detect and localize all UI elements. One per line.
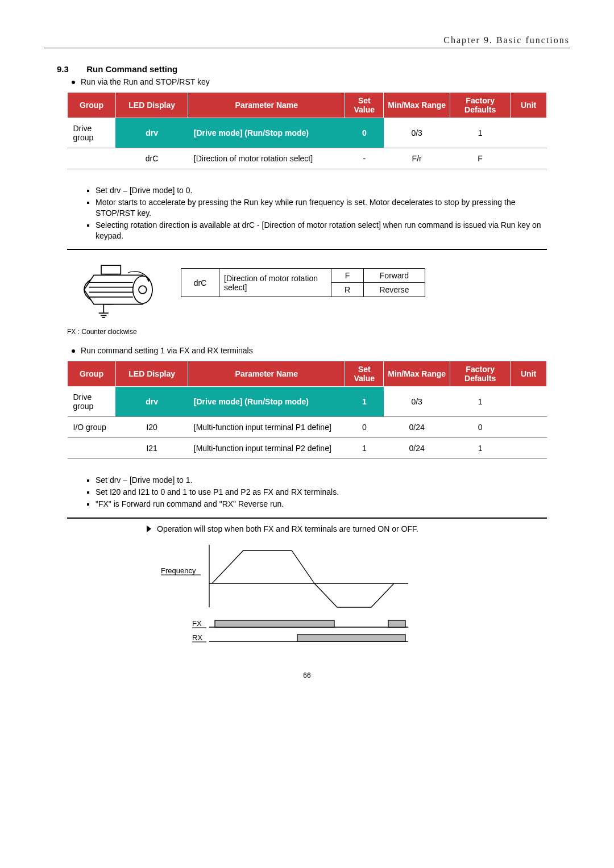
document-page: Chapter 9. Basic functions 9.3 Run Comma… [0, 0, 614, 868]
cell-unit [511, 148, 547, 169]
cell-group [68, 438, 116, 459]
cell-range: 0/24 [384, 438, 450, 459]
cell-factory: 1 [450, 438, 511, 459]
section-name: Run Command setting [86, 64, 177, 74]
drc-label: Reverse [364, 283, 425, 297]
intro-bullet-2-text: Run command setting 1 via FX and RX term… [81, 346, 253, 355]
cell-factory: 1 [450, 387, 511, 417]
timing-label-rx: RX [192, 633, 202, 642]
triangle-icon [147, 525, 151, 532]
table-row: I/O group I20 [Multi-function input term… [68, 417, 547, 438]
drc-mini-table: drC [Direction of motor rotation select]… [181, 268, 425, 297]
chapter-header: Chapter 9. Basic functions [44, 35, 570, 48]
notes-list-2: Set drv – [Drive mode] to 1. Set I20 and… [84, 475, 547, 510]
list-item: "FX" is Forward run command and "RX" Rev… [96, 499, 547, 510]
cell-group: Drive group [68, 387, 116, 417]
cell-group: I/O group [68, 417, 116, 438]
page-number: 66 [44, 671, 570, 679]
th-unit: Unit [511, 361, 547, 387]
cell-set: - [345, 148, 384, 169]
intro-bullet-2: Run command setting 1 via FX and RX term… [72, 346, 570, 355]
th-unit: Unit [511, 93, 547, 118]
section-title: 9.3 Run Command setting [57, 64, 570, 74]
parameter-table-1: Group LED Display Parameter Name Set Val… [67, 92, 547, 169]
timing-label-fx: FX [192, 619, 202, 628]
cell-param: [Multi-function input terminal P1 define… [188, 417, 345, 438]
cell-unit [511, 118, 547, 148]
th-range: Min/Max Range [384, 93, 450, 118]
section-number: 9.3 [57, 64, 84, 74]
th-set: Set Value [345, 361, 384, 387]
cell-led: drC [115, 148, 188, 169]
cell-range: 0/3 [384, 118, 450, 148]
table-row: drC [Direction of motor rotation select]… [181, 269, 425, 283]
divider [67, 249, 547, 250]
notes-list-1: Set drv – [Drive mode] to 0. Motor start… [84, 185, 547, 241]
operation-note: Operation will stop when both FX and RX … [147, 524, 547, 533]
cell-factory: 0 [450, 417, 511, 438]
bullet-icon [72, 349, 75, 353]
cell-param: [Drive mode] (Run/Stop mode) [188, 118, 345, 148]
cell-set: 0 [345, 118, 384, 148]
operation-note-text: Operation will stop when both FX and RX … [157, 524, 418, 533]
cell-led: drv [115, 387, 188, 417]
table-header-row: Group LED Display Parameter Name Set Val… [68, 93, 547, 118]
list-item: Motor starts to accelerate by pressing t… [96, 197, 547, 219]
drc-sym: F [331, 269, 364, 283]
svg-rect-7 [101, 266, 121, 274]
cell-group: Drive group [68, 118, 116, 148]
cell-unit [511, 387, 547, 417]
th-factory: Factory Defaults [450, 93, 511, 118]
drc-desc: [Direction of motor rotation select] [219, 269, 331, 297]
bullet-icon [72, 81, 75, 84]
table-header-row: Group LED Display Parameter Name Set Val… [68, 361, 547, 387]
cell-factory: 1 [450, 118, 511, 148]
list-item: Set drv – [Drive mode] to 0. [96, 185, 547, 196]
cell-group [68, 148, 116, 169]
drc-code: drC [181, 269, 219, 297]
cell-set: 1 [345, 438, 384, 459]
svg-rect-19 [297, 635, 405, 641]
table-row: Drive group drv [Drive mode] (Run/Stop m… [68, 118, 547, 148]
cell-param: [Drive mode] (Run/Stop mode) [188, 387, 345, 417]
drc-label: Forward [364, 269, 425, 283]
th-factory: Factory Defaults [450, 361, 511, 387]
list-item: Set drv – [Drive mode] to 1. [96, 475, 547, 486]
timing-label-freq: Frequency [161, 566, 196, 575]
cell-unit [511, 438, 547, 459]
th-led: LED Display [115, 93, 188, 118]
intro-bullet-1-text: Run via the Run and STOP/RST key [81, 77, 210, 86]
table-row: Drive group drv [Drive mode] (Run/Stop m… [68, 387, 547, 417]
cell-param: [Multi-function input terminal P2 define… [188, 438, 345, 459]
th-led: LED Display [115, 361, 188, 387]
th-group: Group [68, 93, 116, 118]
th-param: Parameter Name [188, 93, 345, 118]
th-range: Min/Max Range [384, 361, 450, 387]
svg-point-2 [139, 286, 147, 294]
motor-drc-row: FX : Counter clockwise drC [Direction of… [67, 256, 547, 336]
cell-unit [511, 417, 547, 438]
th-group: Group [68, 361, 116, 387]
intro-bullet-1: Run via the Run and STOP/RST key [72, 77, 570, 86]
cell-led: drv [115, 118, 188, 148]
cell-factory: F [450, 148, 511, 169]
cell-set: 0 [345, 417, 384, 438]
cell-led: I21 [115, 438, 188, 459]
table-row: drC [Direction of motor rotation select]… [68, 148, 547, 169]
cell-range: F/r [384, 148, 450, 169]
parameter-table-2: Group LED Display Parameter Name Set Val… [67, 361, 547, 459]
timing-chart-icon: Frequency FX RX [158, 539, 420, 653]
motor-caption: FX : Counter clockwise [67, 328, 169, 336]
cell-range: 0/3 [384, 387, 450, 417]
cell-led: I20 [115, 417, 188, 438]
th-param: Parameter Name [188, 361, 345, 387]
motor-icon [67, 256, 169, 324]
motor-illustration: FX : Counter clockwise [67, 256, 169, 336]
table-row: I21 [Multi-function input terminal P2 de… [68, 438, 547, 459]
list-item: Selecting rotation direction is availabl… [96, 220, 547, 241]
divider [67, 518, 547, 519]
timing-diagram: Frequency FX RX [158, 539, 547, 654]
svg-rect-16 [215, 620, 334, 627]
th-set: Set Value [345, 93, 384, 118]
list-item: Set I20 and I21 to 0 and 1 to use P1 and… [96, 487, 547, 498]
